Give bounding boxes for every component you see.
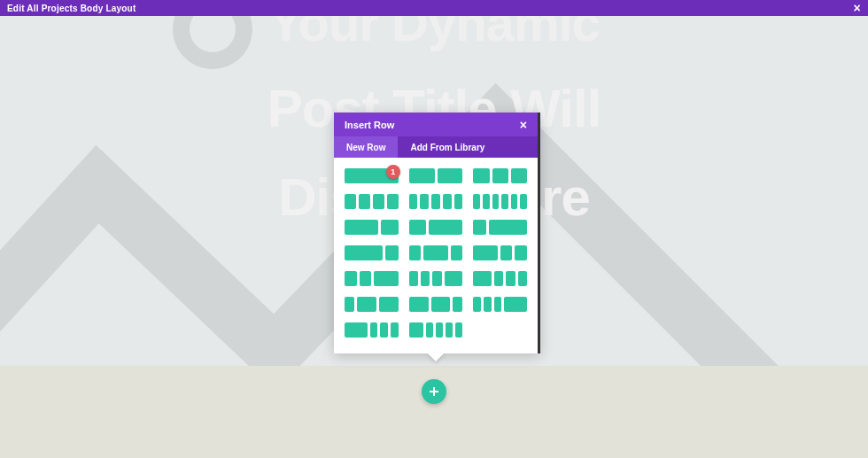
- modal-tabs: New Row Add From Library: [334, 136, 538, 158]
- layout-column: [360, 271, 372, 286]
- row-layout-option[interactable]: [345, 245, 399, 260]
- layout-row: [345, 245, 527, 260]
- layout-column: [431, 194, 440, 209]
- layout-column: [484, 297, 492, 312]
- layout-column: [473, 245, 497, 260]
- layout-column: [515, 245, 527, 260]
- row-layout-option[interactable]: [345, 271, 399, 286]
- layout-column: [421, 271, 430, 286]
- layout-column: [409, 297, 429, 312]
- layout-column: [451, 245, 463, 260]
- layout-column: [436, 322, 443, 338]
- layout-column: [432, 271, 441, 286]
- layout-column: [345, 168, 399, 183]
- layout-column: [426, 322, 433, 338]
- row-layout-option[interactable]: [345, 322, 399, 338]
- layout-row: [345, 322, 527, 338]
- layout-column: [345, 322, 368, 338]
- row-layout-option[interactable]: [409, 194, 463, 209]
- layout-column: [453, 297, 462, 312]
- top-bar-title: Edit All Projects Body Layout: [7, 4, 136, 13]
- layout-column: [374, 271, 398, 286]
- row-layout-option[interactable]: [409, 168, 463, 183]
- modal-header: Insert Row ×: [334, 113, 538, 136]
- layout-column: [489, 220, 527, 235]
- layout-column: [492, 194, 500, 209]
- layout-column: [391, 322, 399, 338]
- layout-column: [345, 194, 356, 209]
- layout-column: [511, 168, 527, 183]
- layout-column: [380, 322, 388, 338]
- modal-body: 1: [334, 158, 538, 353]
- top-bar: Edit All Projects Body Layout ×: [0, 0, 868, 16]
- row-layout-option[interactable]: 1: [345, 168, 399, 183]
- row-layout-option[interactable]: [409, 297, 463, 312]
- layout-row: [345, 271, 527, 286]
- row-layout-option[interactable]: [473, 297, 527, 312]
- add-row-button[interactable]: [422, 379, 446, 404]
- layout-row: [345, 220, 527, 235]
- layout-column: [359, 194, 370, 209]
- row-layout-option[interactable]: [409, 220, 463, 235]
- row-layout-option[interactable]: [345, 297, 399, 312]
- layout-column: [409, 194, 418, 209]
- layout-column: [511, 194, 518, 209]
- layout-column: [494, 297, 502, 312]
- row-layout-option[interactable]: [473, 194, 527, 209]
- layout-column: [345, 245, 383, 260]
- insert-row-modal: Insert Row × New Row Add From Library 1: [334, 113, 540, 353]
- row-layout-option[interactable]: [473, 245, 527, 260]
- close-icon[interactable]: ×: [854, 2, 861, 14]
- layout-column: [409, 245, 422, 260]
- layout-column: [518, 271, 527, 286]
- layout-column: [473, 168, 489, 183]
- layout-column: [501, 194, 508, 209]
- layout-row: 1: [345, 168, 527, 183]
- layout-column: [345, 220, 378, 235]
- layout-column: [500, 245, 513, 260]
- layout-column: [373, 194, 384, 209]
- row-layout-option[interactable]: [409, 245, 463, 260]
- layout-column: [385, 245, 398, 260]
- layout-column: [429, 220, 462, 235]
- row-layout-option[interactable]: [409, 271, 463, 286]
- layout-column: [504, 297, 527, 312]
- layout-column: [409, 220, 426, 235]
- layout-column: [345, 271, 357, 286]
- layout-column: [370, 322, 378, 338]
- row-layout-option[interactable]: [473, 220, 527, 235]
- layout-row: [345, 297, 527, 312]
- layout-column: [446, 322, 453, 338]
- layout-column: [483, 194, 490, 209]
- row-layout-option[interactable]: [473, 271, 527, 286]
- layout-column: [454, 194, 463, 209]
- layout-column: [423, 245, 447, 260]
- row-layout-option[interactable]: [409, 322, 463, 338]
- layout-column: [520, 194, 527, 209]
- layout-column: [379, 297, 399, 312]
- plus-icon: [430, 387, 438, 396]
- row-layout-option[interactable]: [345, 220, 399, 235]
- row-layout-option[interactable]: [345, 194, 399, 209]
- tab-add-from-library[interactable]: Add From Library: [398, 136, 497, 158]
- tab-new-row[interactable]: New Row: [334, 136, 398, 158]
- layout-column: [473, 297, 481, 312]
- layout-row: [345, 194, 527, 209]
- layout-column: [492, 168, 508, 183]
- row-layout-option[interactable]: [473, 168, 527, 183]
- layout-column: [420, 194, 429, 209]
- layout-column: [409, 271, 418, 286]
- layout-column: [473, 194, 480, 209]
- layout-column: [473, 271, 492, 286]
- layout-column: [445, 271, 463, 286]
- modal-pointer: [428, 353, 444, 361]
- layout-column: [381, 220, 398, 235]
- layout-column: [438, 168, 463, 183]
- modal-close-icon[interactable]: ×: [520, 118, 527, 132]
- layout-column: [443, 194, 452, 209]
- layout-column: [455, 322, 462, 338]
- layout-column: [409, 168, 435, 183]
- layout-column: [494, 271, 503, 286]
- layout-column: [357, 297, 376, 312]
- layout-column: [345, 297, 354, 312]
